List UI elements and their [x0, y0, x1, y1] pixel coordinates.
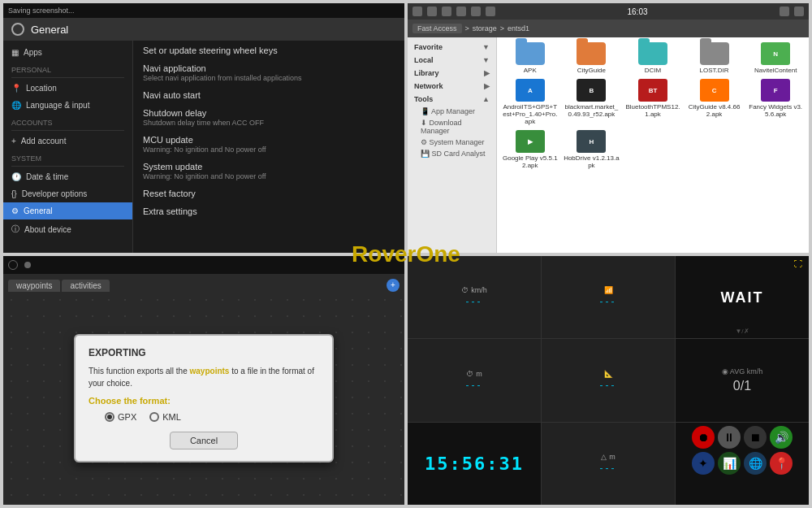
files-sidebar: Favorite ▼ Local ▼ Library ▶ Network ▶ T… [408, 37, 497, 253]
setting-system-update[interactable]: System update Warning: No ignition and N… [143, 162, 395, 180]
setting-navi-app[interactable]: Navi application Select navi application… [143, 63, 395, 82]
file-hobdrive[interactable]: H HobDrive v1.2.13.apk [564, 130, 620, 169]
sidebar-item-general[interactable]: ⚙ General [3, 202, 132, 219]
reset-title: Reset factory [143, 189, 395, 198]
menu-icon[interactable] [427, 7, 437, 16]
sidebar-system-manager[interactable]: ⚙ System Manager [408, 137, 496, 148]
file-label-bluetooth: BluetoothTPMS12.1.apk [624, 103, 681, 118]
sidebar-sdcard-analyst[interactable]: 💾 SD Card Analyst [408, 148, 496, 159]
setting-mcu[interactable]: MCU update Warning: No ignition and No p… [143, 135, 395, 154]
folder-label-lostdir: LOST.DIR [700, 67, 729, 74]
stop-button[interactable]: ⏹ [744, 426, 767, 449]
dist-value: --- [600, 380, 617, 391]
file-label-fancy: Fancy Widgets v3.5.6.apk [747, 103, 804, 118]
search-icon[interactable] [486, 7, 495, 16]
radio-kml[interactable]: KML [149, 412, 181, 422]
topbar-icons-right [780, 7, 804, 16]
file-bluetooth[interactable]: BT BluetoothTPMS12.1.apk [624, 79, 681, 125]
folder-lostdir[interactable]: LOST.DIR [686, 42, 743, 74]
sidebar-tools[interactable]: Tools ▲ [408, 93, 496, 106]
sidebar-item-apps[interactable]: ▦ Apps [3, 44, 132, 61]
sidebar-app-manager[interactable]: 📱 App Manager [408, 106, 496, 117]
menu-topbar-icon[interactable] [24, 262, 31, 268]
gps-time-display: 15:56:31 [425, 454, 524, 474]
chevron-icon-5: ▲ [482, 95, 490, 103]
wait-text: WAIT [721, 289, 764, 306]
display-icon[interactable] [456, 7, 466, 16]
kml-label: KML [162, 412, 181, 422]
sidebar-item-add-account[interactable]: + Add account [3, 132, 132, 150]
apps-label: Apps [24, 48, 42, 57]
tab-waypoints[interactable]: waypoints [8, 280, 60, 292]
sidebar-item-about[interactable]: ⓘ About device [3, 219, 132, 239]
folder-icon-lostdir [700, 42, 729, 65]
sidebar-download-manager[interactable]: ⬇ Download Manager [408, 117, 496, 137]
folder-icon-dcim [638, 42, 667, 65]
radio-gpx[interactable]: GPX [105, 412, 136, 422]
gps-chart-icon[interactable]: 📊 [718, 452, 741, 475]
gps-pin-icon[interactable]: 📍 [770, 452, 793, 475]
sidebar-item-location[interactable]: 📍 Location [3, 80, 132, 97]
folder-dcim[interactable]: DCIM [624, 42, 681, 74]
file-navitel[interactable]: N NavitelContent [747, 42, 804, 74]
chevron-icon-2: ▼ [482, 56, 490, 64]
setting-shutdown[interactable]: Shutdown delay Shutdown delay time when … [143, 108, 395, 127]
file-cityguide-apk[interactable]: C CityGuide v8.4.662.apk [686, 79, 743, 125]
folder-label-cityguide: CityGuide [577, 67, 606, 74]
home-icon[interactable] [412, 7, 422, 16]
pause-button[interactable]: ⏸ [718, 426, 741, 449]
export-dialog: EXPORTING This function exports all the … [74, 334, 334, 462]
dialog-title: EXPORTING [89, 347, 319, 358]
altitude-value: --- [466, 380, 483, 391]
sidebar-network[interactable]: Network ▶ [408, 80, 496, 93]
navi-auto-title: Navi auto start [143, 90, 395, 100]
file-androids[interactable]: A AndroiITS+GPS+Test+Pro_1.40+Pro.apk [502, 79, 559, 125]
record-button[interactable]: ⏺ [692, 426, 715, 449]
sidebar-item-datetime[interactable]: 🕐 Date & time [3, 168, 132, 185]
divider-3 [11, 166, 124, 167]
gps-earth-icon[interactable]: 🌐 [744, 452, 767, 475]
file-label-navitel: NavitelContent [754, 67, 797, 74]
divider-2 [11, 130, 124, 131]
setting-extra[interactable]: Extra settings [143, 206, 395, 216]
radio-kml-btn[interactable] [149, 412, 159, 422]
file-blackmart[interactable]: B blackmart.market_0.49.93_r52.apk [564, 79, 620, 125]
dialog-body-text1: This function exports all the [89, 367, 190, 376]
add-tab-btn[interactable]: + [387, 279, 400, 292]
plus-icon: + [11, 137, 16, 145]
settings-header: General [3, 18, 404, 41]
settings-panel: Saving screenshot... General ▦ Apps PERS… [3, 3, 404, 253]
radio-gpx-btn[interactable] [105, 412, 114, 422]
gps-cell-speed: ⏱ km/h --- [408, 256, 541, 339]
settings-icon[interactable] [471, 7, 481, 16]
folder-label-dcim: DCIM [645, 67, 661, 74]
files-panel: 16:03 Fast Access > storage > entsd1 Fav… [408, 3, 809, 253]
sysupdate-title: System update [143, 162, 395, 172]
sidebar-item-language[interactable]: 🌐 Language & input [3, 97, 132, 114]
sidebar-item-developer[interactable]: {} Developer options [3, 185, 132, 202]
file-label-hobdrive: HobDrive v1.2.13.apk [564, 154, 620, 169]
setting-reset[interactable]: Reset factory [143, 189, 395, 198]
export-map-background: EXPORTING This function exports all the … [3, 292, 404, 506]
chevron-icon: ▼ [482, 43, 490, 51]
score-value: 0/1 [733, 379, 751, 393]
setting-navi-auto[interactable]: Navi auto start [143, 90, 395, 100]
volume-button[interactable]: 🔊 [770, 426, 793, 449]
folder-apk[interactable]: APK [502, 42, 559, 74]
back-icon[interactable] [794, 7, 804, 16]
file-fancy[interactable]: F Fancy Widgets v3.5.6.apk [747, 79, 804, 125]
tab-activities[interactable]: activities [62, 280, 109, 292]
sidebar-favorite[interactable]: Favorite ▼ [408, 41, 496, 54]
home-topbar-icon[interactable] [8, 260, 18, 270]
extra-title: Extra settings [143, 206, 395, 216]
cancel-button[interactable]: Cancel [170, 432, 238, 449]
folder-cityguide[interactable]: CityGuide [564, 42, 620, 74]
sidebar-library[interactable]: Library ▶ [408, 67, 496, 80]
sidebar-local[interactable]: Local ▼ [408, 54, 496, 67]
power-icon[interactable] [442, 7, 451, 16]
apk-icon-hobdrive: H [577, 130, 606, 153]
file-gplay[interactable]: ▶ Google Play v5.5.12.apk [502, 130, 559, 169]
clock-icon: 🕐 [11, 172, 21, 181]
gps-blue-icon[interactable]: ✦ [692, 452, 715, 475]
fast-access-btn[interactable]: Fast Access [412, 24, 462, 33]
